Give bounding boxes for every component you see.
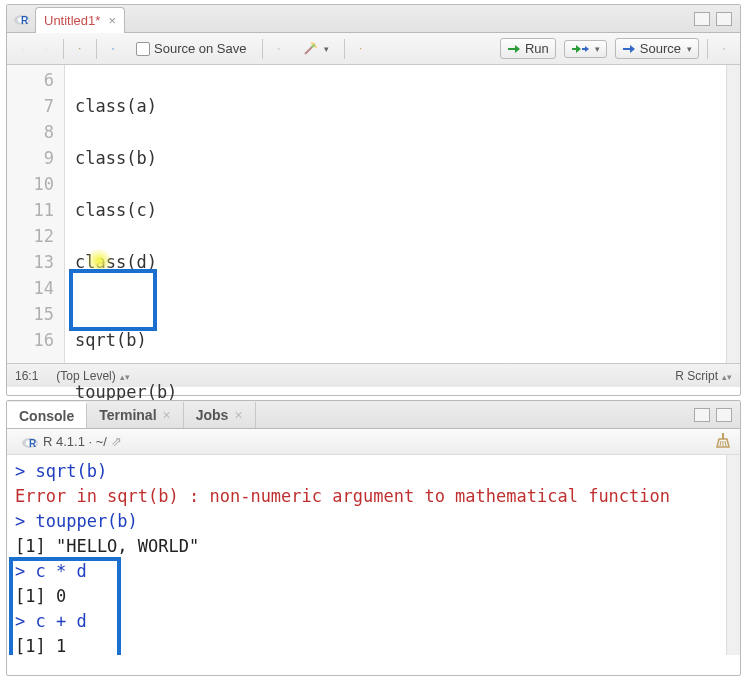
tab-label: Terminal bbox=[99, 407, 156, 423]
close-tab-icon[interactable]: × bbox=[234, 407, 242, 423]
svg-point-10 bbox=[311, 42, 313, 44]
line-number: 8 bbox=[7, 119, 54, 145]
code-line: sqrt(b) bbox=[75, 327, 726, 353]
editor-toolbar: Source on Save ▾ Run ▾ Source ▾ bbox=[7, 33, 740, 65]
svg-point-9 bbox=[315, 46, 317, 48]
console-line: Error in sqrt(b) : non-numeric argument … bbox=[15, 484, 732, 509]
svg-text:R: R bbox=[21, 15, 29, 26]
run-arrow-icon bbox=[507, 43, 521, 55]
tab-jobs[interactable]: Jobs× bbox=[184, 402, 256, 428]
editor-tabbar: R Untitled1* × bbox=[7, 5, 740, 33]
code-tools-icon[interactable]: ▾ bbox=[295, 38, 336, 60]
forward-nav-icon[interactable] bbox=[39, 41, 55, 57]
notebook-icon[interactable] bbox=[353, 41, 369, 57]
rerun-icon bbox=[571, 43, 589, 55]
line-number: 13 bbox=[7, 249, 54, 275]
line-number: 9 bbox=[7, 145, 54, 171]
code-area[interactable]: class(a) class(b) class(c) class(d) sqrt… bbox=[65, 65, 726, 363]
separator bbox=[344, 39, 345, 59]
r-logo-icon: R bbox=[21, 433, 39, 451]
svg-rect-5 bbox=[113, 48, 114, 49]
r-version-path: R 4.1.1 · ~/ bbox=[43, 434, 107, 449]
svg-line-7 bbox=[279, 49, 280, 50]
line-number: 6 bbox=[7, 67, 54, 93]
pane-minimize-icon[interactable] bbox=[694, 408, 710, 422]
tab-label: Jobs bbox=[196, 407, 229, 423]
outline-icon[interactable] bbox=[716, 41, 732, 57]
dropdown-caret-icon: ▾ bbox=[595, 44, 600, 54]
svg-line-22 bbox=[720, 441, 721, 446]
find-icon[interactable] bbox=[271, 41, 287, 57]
console-line: > toupper(b) bbox=[15, 509, 732, 534]
source-label: Source bbox=[640, 41, 681, 56]
console-line: > sqrt(b) bbox=[15, 459, 732, 484]
line-number: 16 bbox=[7, 327, 54, 353]
source-pane: R Untitled1* × Source on Save ▾ Run bbox=[6, 4, 741, 396]
console-scrollbar[interactable] bbox=[726, 455, 740, 655]
console-header: R R 4.1.1 · ~/ ⇗ bbox=[7, 429, 740, 455]
clear-console-icon[interactable] bbox=[714, 431, 732, 452]
back-nav-icon[interactable] bbox=[15, 41, 31, 57]
run-button[interactable]: Run bbox=[500, 38, 556, 59]
editor-tab-label: Untitled1* bbox=[44, 13, 100, 28]
pane-maximize-icon[interactable] bbox=[716, 408, 732, 422]
path-popup-icon[interactable]: ⇗ bbox=[111, 434, 122, 449]
r-file-icon: R bbox=[13, 10, 31, 28]
console-line: > c * d bbox=[15, 559, 732, 584]
svg-rect-4 bbox=[113, 49, 114, 50]
editor-tab-untitled1[interactable]: Untitled1* × bbox=[35, 7, 125, 33]
source-arrow-icon bbox=[622, 43, 636, 55]
close-tab-icon[interactable]: × bbox=[163, 407, 171, 423]
editor-scrollbar[interactable] bbox=[726, 65, 740, 363]
pane-maximize-icon[interactable] bbox=[716, 12, 732, 26]
console-tabbar: Console Terminal× Jobs× bbox=[7, 401, 740, 429]
svg-rect-3 bbox=[79, 48, 80, 49]
line-number: 10 bbox=[7, 171, 54, 197]
console-line: > c + d bbox=[15, 609, 732, 634]
dropdown-caret-icon: ▾ bbox=[687, 44, 692, 54]
show-in-new-window-icon[interactable] bbox=[72, 41, 88, 57]
svg-point-8 bbox=[313, 43, 315, 45]
cursor-position: 16:1 bbox=[15, 369, 38, 383]
svg-point-6 bbox=[278, 48, 279, 49]
source-button[interactable]: Source ▾ bbox=[615, 38, 699, 59]
line-number: 12 bbox=[7, 223, 54, 249]
console-line: [1] 0 bbox=[15, 584, 732, 609]
line-number: 7 bbox=[7, 93, 54, 119]
source-on-save-checkbox[interactable]: Source on Save bbox=[129, 38, 254, 59]
run-label: Run bbox=[525, 41, 549, 56]
separator bbox=[96, 39, 97, 59]
rerun-button[interactable]: ▾ bbox=[564, 40, 607, 58]
dropdown-caret-icon: ▾ bbox=[324, 44, 329, 54]
console-line: [1] "HELLO, WORLD" bbox=[15, 534, 732, 559]
separator bbox=[262, 39, 263, 59]
line-gutter: 6 7 8 9 10 11 12 13 14 15 16 bbox=[7, 65, 65, 363]
pane-window-controls bbox=[694, 408, 740, 422]
console-output[interactable]: > sqrt(b) Error in sqrt(b) : non-numeric… bbox=[7, 455, 740, 655]
line-number: 11 bbox=[7, 197, 54, 223]
close-tab-icon[interactable]: × bbox=[108, 13, 116, 28]
tab-console[interactable]: Console bbox=[7, 402, 87, 428]
code-line: class(a) bbox=[75, 93, 726, 119]
separator bbox=[63, 39, 64, 59]
save-icon[interactable] bbox=[105, 41, 121, 57]
tab-label: Console bbox=[19, 408, 74, 424]
line-number: 15 bbox=[7, 301, 54, 327]
svg-rect-11 bbox=[360, 48, 361, 49]
console-line: [1] 1 bbox=[15, 634, 732, 655]
code-line: class(c) bbox=[75, 197, 726, 223]
code-editor[interactable]: 6 7 8 9 10 11 12 13 14 15 16 class(a) cl… bbox=[7, 65, 740, 363]
pane-minimize-icon[interactable] bbox=[694, 12, 710, 26]
checkbox-icon bbox=[136, 42, 150, 56]
line-number: 14 bbox=[7, 275, 54, 301]
tab-terminal[interactable]: Terminal× bbox=[87, 402, 184, 428]
svg-text:R: R bbox=[29, 438, 37, 449]
svg-line-24 bbox=[725, 441, 726, 446]
pane-window-controls bbox=[694, 12, 740, 26]
console-pane: Console Terminal× Jobs× R R 4.1.1 · ~/ ⇗… bbox=[6, 400, 741, 676]
separator bbox=[707, 39, 708, 59]
code-line: class(b) bbox=[75, 145, 726, 171]
source-on-save-label: Source on Save bbox=[154, 41, 247, 56]
code-line: class(d) bbox=[75, 249, 726, 275]
